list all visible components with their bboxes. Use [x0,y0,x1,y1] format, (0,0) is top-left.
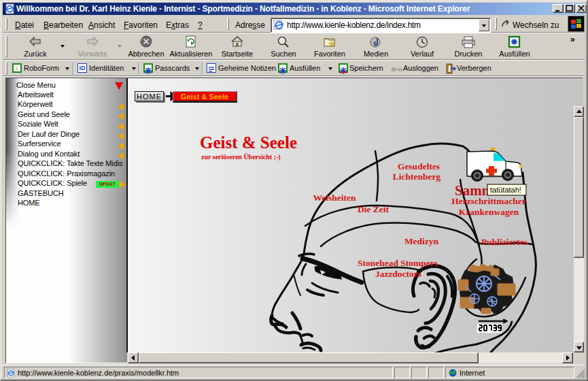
svg-text:Die Zeit: Die Zeit [358,204,390,214]
svg-text:Medizyn: Medizyn [404,236,439,246]
svg-text:Weisheiten: Weisheiten [313,193,356,203]
svg-text:Krankenwagen: Krankenwagen [459,207,519,217]
svg-text:Gesudeltes: Gesudeltes [398,161,440,171]
svg-text:Publiziertes: Publiziertes [481,237,528,247]
svg-text:tatütatah!: tatütatah! [490,186,521,194]
svg-text:Stonehead Stompers: Stonehead Stompers [358,258,438,268]
svg-text:Lichtenberg: Lichtenberg [393,171,441,182]
svg-text:Jazzdoctors: Jazzdoctors [375,269,421,279]
